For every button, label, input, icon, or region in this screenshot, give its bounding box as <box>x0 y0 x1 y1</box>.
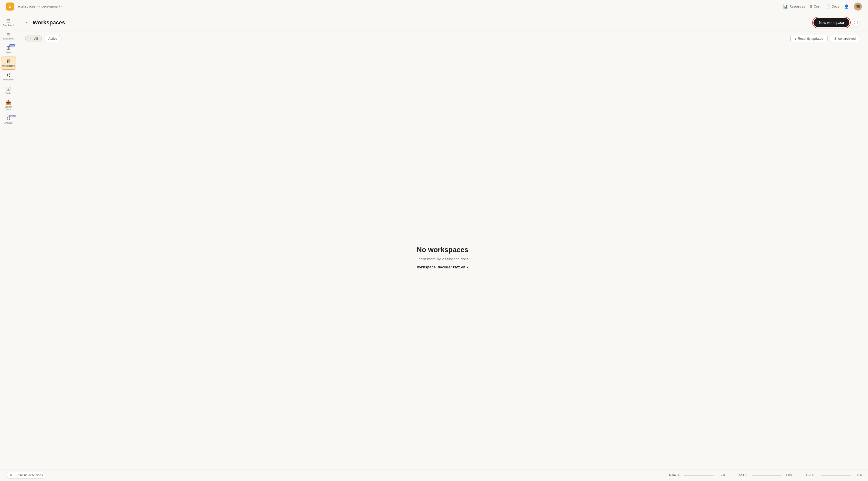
sidebar-item-workflows[interactable]: ⑆ Workflows <box>1 71 16 83</box>
avatar[interactable]: NB <box>854 2 862 10</box>
new-badge: New <box>9 44 15 47</box>
sidebar-label-apps: Apps <box>6 51 11 54</box>
page-header: ← Workspaces New workspace ⓘ <box>17 13 868 31</box>
cpu-bar-track <box>752 475 782 476</box>
new-workspace-button[interactable]: New workspace <box>813 18 849 27</box>
page-title-row: ← Workspaces <box>25 19 65 26</box>
gpu-end: 256 <box>853 474 862 477</box>
dashboard-icon: ⊟ <box>6 18 10 23</box>
filter-active-label: Active <box>48 37 57 40</box>
sidebar-label-artifacts: Artifacts <box>4 122 12 124</box>
sidebar-label-workflows: Workflows <box>3 79 13 81</box>
breadcrumb-development[interactable]: development ▾ <box>41 4 62 8</box>
filter-all-label: All <box>34 37 38 40</box>
sidebar-label-dashboard: Dashboard <box>3 24 14 27</box>
cost-label: Cost <box>814 4 820 8</box>
empty-subtitle: Learn more by visiting the docs <box>416 257 469 261</box>
sidebar: ⊟ Dashboard ≡ Executions New ⊞ Apps 🖥 Wo… <box>0 13 17 469</box>
gpu-bar-track <box>821 475 851 476</box>
resource-sep-2: | <box>800 474 800 477</box>
sort-label: Recently updated <box>798 37 823 40</box>
docs-link[interactable]: 📄 Docs <box>825 4 839 9</box>
info-icon[interactable]: ⓘ <box>852 19 860 27</box>
breadcrumb-workspaces-label: workspaces <box>18 4 35 8</box>
docs-icon: 📄 <box>825 4 830 9</box>
cost-icon: $ <box>810 4 812 8</box>
external-link-icon: ↗ <box>466 265 468 269</box>
resources-label: Resources <box>789 4 805 8</box>
sidebar-item-artifacts[interactable]: Alpha ⊚ Artifacts <box>1 114 16 126</box>
sidebar-label-tasks: Tasks <box>5 92 11 95</box>
logo[interactable]: U <box>6 2 14 10</box>
docs-label: Docs <box>832 4 839 8</box>
team-link[interactable]: 👤 <box>844 4 849 9</box>
page-title: Workspaces <box>33 19 65 26</box>
bottom-bar: 0 running executions Mem 0Gi 2Ti | CPU 0… <box>0 469 868 481</box>
empty-state: No workspaces Learn more by visiting the… <box>17 46 868 469</box>
empty-title: No workspaces <box>417 246 468 254</box>
mem-bar-track <box>684 475 714 476</box>
back-button[interactable]: ← <box>25 20 30 25</box>
sidebar-label-executions: Executions <box>3 37 14 40</box>
execution-status-dot <box>10 474 12 476</box>
workflows-icon: ⑆ <box>7 72 10 78</box>
executions-pill[interactable]: 0 running executions <box>6 472 46 479</box>
sidebar-item-launchplans[interactable]: 📤 Launch Plans <box>1 98 16 113</box>
show-archived-button[interactable]: Show archived <box>830 35 860 42</box>
gpu-label: GPU 0 <box>806 474 819 477</box>
chevron-down-icon: ▾ <box>36 5 38 8</box>
executions-label: running executions <box>18 474 43 477</box>
main-layout: ⊟ Dashboard ≡ Executions New ⊞ Apps 🖥 Wo… <box>0 13 868 469</box>
breadcrumb: workspaces ▾ / development ▾ <box>18 4 63 8</box>
sidebar-label-workspaces: Workspaces <box>2 65 14 67</box>
tasks-icon: ☑ <box>6 86 11 91</box>
filter-bar: ✓ All Active ↕ Recently updated Show arc… <box>17 31 868 46</box>
topnav-right: 📊 Resources $ Cost 📄 Docs 👤 NB <box>783 2 862 10</box>
check-icon: ✓ <box>29 37 32 40</box>
cost-link[interactable]: $ Cost <box>810 4 820 8</box>
resource-sep-1: | <box>731 474 732 477</box>
mem-resource: Mem 0Gi 2Ti <box>669 474 725 477</box>
launchplans-icon: 📤 <box>5 100 11 105</box>
filter-right: ↕ Recently updated Show archived <box>790 35 860 42</box>
alpha-badge: Alpha <box>8 115 15 117</box>
docs-link-label: Workspace documentation <box>417 265 465 269</box>
mem-label: Mem 0Gi <box>669 474 682 477</box>
topnav-left: U workspaces ▾ / development ▾ <box>6 2 63 10</box>
sort-icon: ↕ <box>795 37 797 40</box>
mem-end: 2Ti <box>716 474 725 477</box>
breadcrumb-development-label: development <box>41 4 60 8</box>
sidebar-item-dashboard[interactable]: ⊟ Dashboard <box>1 16 16 29</box>
sidebar-label-launchplans: Launch Plans <box>2 106 15 111</box>
filter-active-button[interactable]: Active <box>44 35 61 42</box>
sort-button[interactable]: ↕ Recently updated <box>790 35 828 42</box>
executions-count: 0 <box>14 474 16 477</box>
chevron-down-icon-2: ▾ <box>61 5 63 8</box>
cpu-label: CPU 0 <box>738 474 750 477</box>
filter-all-button[interactable]: ✓ All <box>25 35 42 42</box>
breadcrumb-separator: / <box>39 4 40 8</box>
gpu-resource: GPU 0 256 <box>806 474 862 477</box>
sidebar-item-tasks[interactable]: ☑ Tasks <box>1 84 16 97</box>
filter-left: ✓ All Active <box>25 35 62 42</box>
archive-label: Show archived <box>834 37 856 40</box>
sidebar-item-workspaces[interactable]: 🖥 Workspaces <box>1 57 16 70</box>
cpu-end: 4,096 <box>784 474 794 477</box>
topnav: U workspaces ▾ / development ▾ 📊 Resourc… <box>0 0 868 13</box>
executions-icon: ≡ <box>7 32 10 37</box>
breadcrumb-workspaces[interactable]: workspaces ▾ <box>18 4 38 8</box>
sidebar-item-executions[interactable]: ≡ Executions <box>1 30 16 42</box>
resources-link[interactable]: 📊 Resources <box>783 4 805 9</box>
team-icon: 👤 <box>844 4 849 9</box>
resource-bars: Mem 0Gi 2Ti | CPU 0 4,096 | GPU 0 256 <box>669 474 862 477</box>
workspace-docs-link[interactable]: Workspace documentation ↗ <box>417 265 468 269</box>
resources-icon: 📊 <box>783 4 788 9</box>
workspaces-icon: 🖥 <box>6 59 11 64</box>
sidebar-item-apps[interactable]: New ⊞ Apps <box>1 43 16 56</box>
cpu-resource: CPU 0 4,096 <box>738 474 794 477</box>
content-area: ← Workspaces New workspace ⓘ ✓ All Activ… <box>17 13 868 469</box>
